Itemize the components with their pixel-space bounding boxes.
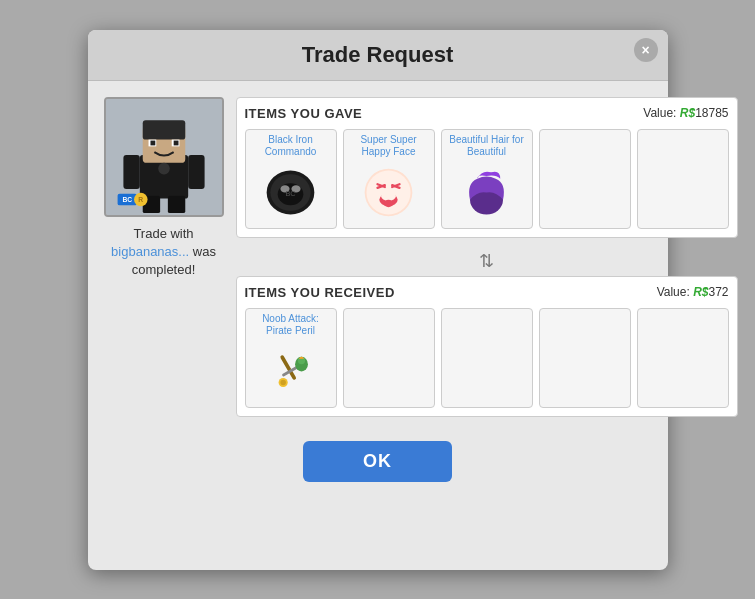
gave-item-2: Super Super Happy Face xyxy=(343,129,435,229)
avatar-container: BC R xyxy=(104,97,224,217)
gave-section-value: Value: R$18785 xyxy=(643,106,728,120)
trade-request-dialog: Trade Request × xyxy=(88,30,668,570)
gave-item-2-name: Super Super Happy Face xyxy=(348,134,430,162)
ok-button-row: OK xyxy=(88,441,668,482)
gave-item-1-icon: BC xyxy=(250,162,332,224)
trade-status-text: Trade with bigbananas... was completed! xyxy=(111,225,216,280)
gave-currency-symbol: R$ xyxy=(680,106,695,120)
gave-item-3: Beautiful Hair for Beautiful xyxy=(441,129,533,229)
svg-rect-3 xyxy=(142,120,185,139)
dialog-header: Trade Request × xyxy=(88,30,668,81)
close-button[interactable]: × xyxy=(634,38,658,62)
received-item-4 xyxy=(539,308,631,408)
received-item-2 xyxy=(343,308,435,408)
swap-icon: ⇅ xyxy=(479,250,494,272)
svg-point-12 xyxy=(158,162,170,174)
gave-item-1-name: Black Iron Commando xyxy=(250,134,332,162)
svg-point-30 xyxy=(381,192,396,201)
received-section-title: ITEMS YOU RECEIVED xyxy=(245,285,395,300)
svg-point-31 xyxy=(384,200,393,207)
gave-items-grid: Black Iron Commando BC xyxy=(245,129,729,229)
gave-section: ITEMS YOU GAVE Value: R$18785 Black Iron… xyxy=(236,97,738,238)
svg-point-36 xyxy=(280,380,286,386)
left-panel: BC R Trade with bigbananas... was comple… xyxy=(104,97,224,425)
received-currency-symbol: R$ xyxy=(693,285,708,299)
received-item-1: Noob Attack: Pirate Peril xyxy=(245,308,337,408)
svg-rect-6 xyxy=(150,140,155,145)
svg-text:BC: BC xyxy=(122,196,132,203)
gave-item-4 xyxy=(539,129,631,229)
gave-value-amount: 18785 xyxy=(695,106,728,120)
dialog-body: BC R Trade with bigbananas... was comple… xyxy=(88,81,668,425)
svg-rect-11 xyxy=(167,195,184,212)
gave-section-title: ITEMS YOU GAVE xyxy=(245,106,363,121)
received-section-value: Value: R$372 xyxy=(657,285,729,299)
gave-item-5-icon xyxy=(642,162,724,224)
svg-text:BC: BC xyxy=(285,189,296,198)
svg-rect-8 xyxy=(123,155,139,189)
ok-button[interactable]: OK xyxy=(303,441,452,482)
swap-divider: ⇅ xyxy=(236,246,738,276)
right-panel: ITEMS YOU GAVE Value: R$18785 Black Iron… xyxy=(236,97,738,425)
received-item-5 xyxy=(637,308,729,408)
gave-item-3-name: Beautiful Hair for Beautiful xyxy=(446,134,528,162)
received-items-grid: Noob Attack: Pirate Peril xyxy=(245,308,729,408)
svg-rect-9 xyxy=(188,155,204,189)
received-item-3 xyxy=(441,308,533,408)
received-item-1-name: Noob Attack: Pirate Peril xyxy=(250,313,332,341)
received-value-amount: 372 xyxy=(708,285,728,299)
username-link[interactable]: bigbananas... xyxy=(111,244,189,259)
received-item-1-icon xyxy=(250,341,332,403)
gave-item-1: Black Iron Commando BC xyxy=(245,129,337,229)
svg-rect-7 xyxy=(173,140,178,145)
gave-item-2-icon xyxy=(348,162,430,224)
avatar-image: BC R xyxy=(106,99,222,215)
gave-item-5 xyxy=(637,129,729,229)
received-section-header: ITEMS YOU RECEIVED Value: R$372 xyxy=(245,285,729,300)
gave-item-3-icon xyxy=(446,162,528,224)
svg-text:R: R xyxy=(138,196,143,203)
received-section: ITEMS YOU RECEIVED Value: R$372 Noob Att… xyxy=(236,276,738,417)
dialog-title: Trade Request xyxy=(302,42,454,67)
gave-section-header: ITEMS YOU GAVE Value: R$18785 xyxy=(245,106,729,121)
gave-item-4-icon xyxy=(544,162,626,224)
